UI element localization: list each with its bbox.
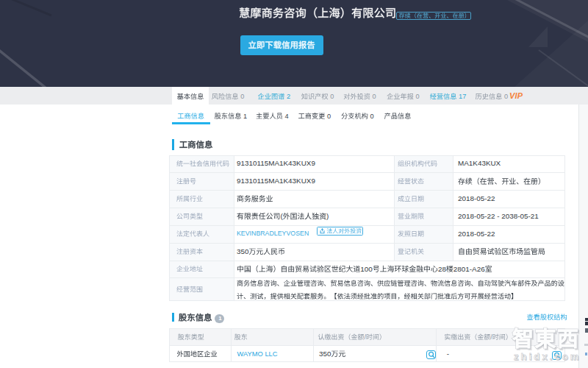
svg-text:): ) [326, 212, 329, 220]
svg-text:(: ( [280, 212, 283, 220]
svg-text:100: 100 [360, 265, 373, 273]
svg-text:2: 2 [287, 93, 290, 100]
svg-text:28: 28 [438, 265, 446, 273]
svg-text:0: 0 [330, 93, 334, 100]
svg-text:zhidx.com: zhidx.com [514, 351, 581, 362]
svg-text:0: 0 [240, 93, 244, 100]
svg-text:350: 350 [237, 247, 249, 255]
svg-text:0: 0 [416, 93, 420, 100]
svg-text:17: 17 [459, 93, 466, 100]
svg-text:0: 0 [370, 113, 374, 120]
svg-text:0: 0 [373, 93, 376, 100]
svg-text:4: 4 [285, 113, 289, 120]
svg-text:1: 1 [243, 113, 247, 120]
svg-text:/: / [490, 333, 492, 341]
svg-text:350: 350 [319, 350, 331, 358]
svg-text:0: 0 [327, 113, 331, 120]
svg-text:0: 0 [504, 93, 508, 100]
svg-text:2801-A26: 2801-A26 [453, 265, 485, 273]
svg-text:/: / [364, 333, 366, 341]
